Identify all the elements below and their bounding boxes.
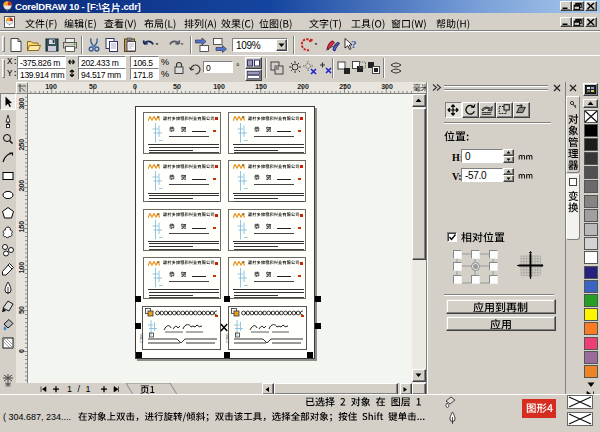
svg-text:?: ?: [351, 38, 357, 50]
